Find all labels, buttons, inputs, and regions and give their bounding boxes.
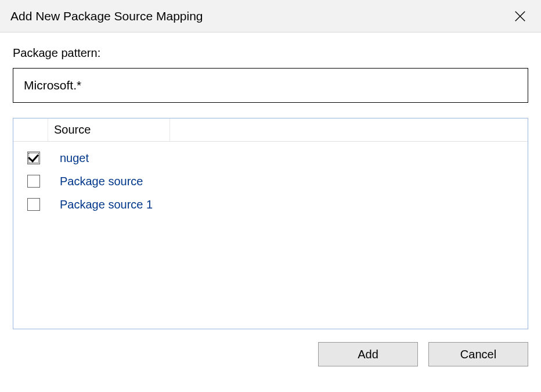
pattern-input[interactable] <box>13 68 528 103</box>
dialog-content: Package pattern: Source nugetPackage sou… <box>0 33 541 329</box>
header-source-column[interactable]: Source <box>48 118 170 141</box>
close-icon <box>514 10 526 23</box>
checkbox-cell <box>27 152 55 164</box>
pattern-label: Package pattern: <box>13 46 528 60</box>
dialog-title: Add New Package Source Mapping <box>10 9 203 23</box>
source-checkbox[interactable] <box>27 175 40 188</box>
checkbox-cell <box>27 198 55 211</box>
cancel-button[interactable]: Cancel <box>428 342 528 366</box>
source-name: Package source <box>55 175 143 188</box>
button-row: Add Cancel <box>0 329 541 366</box>
source-rows-container: nugetPackage sourcePackage source 1 <box>13 142 528 221</box>
source-list-header: Source <box>13 118 528 142</box>
source-name: nuget <box>55 152 89 165</box>
source-row[interactable]: nuget <box>13 146 528 170</box>
source-name: Package source 1 <box>55 198 153 211</box>
header-rest-column <box>170 118 528 141</box>
header-checkbox-column <box>13 118 48 141</box>
titlebar: Add New Package Source Mapping <box>0 0 541 33</box>
checkbox-cell <box>27 175 55 188</box>
source-checkbox[interactable] <box>27 198 40 211</box>
source-row[interactable]: Package source <box>13 170 528 193</box>
add-button[interactable]: Add <box>318 342 418 366</box>
source-list: Source nugetPackage sourcePackage source… <box>13 118 528 329</box>
source-row[interactable]: Package source 1 <box>13 193 528 216</box>
source-checkbox[interactable] <box>27 152 40 164</box>
close-button[interactable] <box>511 7 529 26</box>
